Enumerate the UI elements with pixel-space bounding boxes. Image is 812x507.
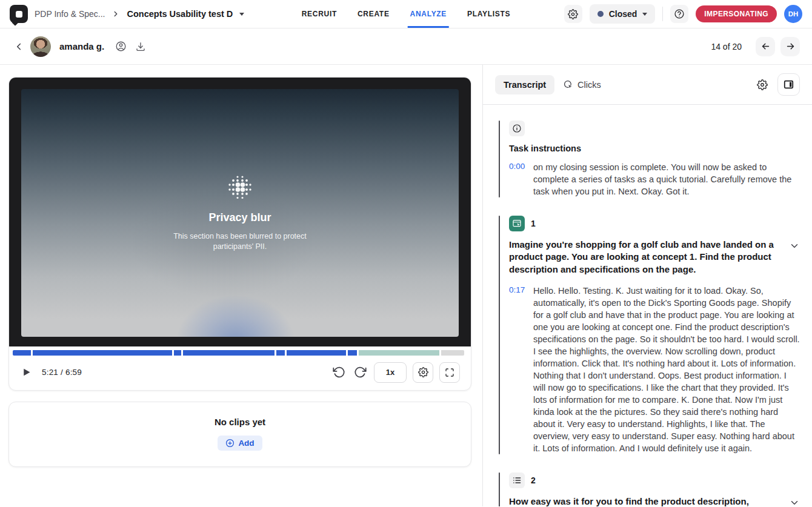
play-icon	[21, 367, 32, 377]
panel-layout-icon	[783, 79, 794, 90]
tab-transcript[interactable]: Transcript	[495, 75, 554, 94]
app-logo-mark	[16, 11, 22, 18]
video-controls: 5:21 / 6:59 1x	[9, 356, 471, 390]
user-avatar[interactable]: DH	[784, 5, 802, 23]
timestamp-link[interactable]: 0:00	[509, 161, 528, 171]
playback-speed-button[interactable]: 1x	[374, 362, 407, 383]
app-logo[interactable]	[10, 5, 28, 23]
breadcrumb-chevron-icon	[111, 10, 120, 18]
rewind-button[interactable]	[331, 365, 347, 380]
progress-segment[interactable]	[287, 350, 346, 356]
transcript-block-question-2: 2 How easy was it for you to find the pr…	[499, 472, 801, 506]
fullscreen-button[interactable]	[439, 362, 460, 383]
privacy-blur-description: This section has been blurred to protect…	[172, 231, 308, 253]
next-session-button[interactable]	[780, 37, 800, 56]
video-frame[interactable]: Privacy blur This section has been blurr…	[9, 78, 471, 346]
add-clip-label: Add	[238, 439, 254, 448]
survey-question: How easy was it for you to find the prod…	[509, 495, 788, 506]
video-player-card: Privacy blur This section has been blurr…	[8, 77, 471, 391]
video-controls-right: 1x	[331, 362, 460, 383]
nav-tab-create[interactable]: CREATE	[358, 0, 390, 28]
timestamp-link[interactable]: 0:17	[509, 285, 528, 294]
participant-name: amanda g.	[59, 41, 104, 51]
impersonating-badge[interactable]: IMPERSONATING	[696, 5, 777, 22]
session-header: amanda g. 14 of 20	[0, 28, 812, 65]
plus-circle-icon	[225, 439, 235, 448]
transcript-text: on my closing session is complete. You w…	[533, 161, 801, 197]
question-accordion[interactable]: How easy was it for you to find the prod…	[509, 495, 801, 506]
chevron-down-icon[interactable]	[788, 496, 801, 506]
help-icon	[674, 8, 685, 19]
progress-segment[interactable]	[183, 350, 275, 356]
transcript-block-task-1: 1 Imagine you're shopping for a golf clu…	[499, 216, 801, 454]
progress-segment[interactable]	[359, 350, 439, 356]
test-status-dropdown[interactable]: Closed	[590, 4, 656, 24]
test-dropdown-caret-icon[interactable]	[239, 13, 244, 16]
time-display: 5:21 / 6:59	[42, 368, 82, 377]
chevron-down-icon[interactable]	[788, 239, 801, 253]
status-label: Closed	[609, 9, 637, 19]
collapse-panel-button[interactable]	[777, 73, 800, 96]
transcript-block-task-instructions: Task instructions 0:00 on my closing ses…	[499, 121, 801, 197]
block-number: 2	[531, 476, 536, 485]
transcript-settings-button[interactable]	[756, 78, 769, 91]
cursor-click-icon	[563, 79, 573, 90]
privacy-blur-title: Privacy blur	[208, 211, 271, 224]
breadcrumb-project[interactable]: PDP Info & Spec...	[35, 9, 105, 19]
download-session-button[interactable]	[134, 40, 147, 53]
transcript-entry: 0:00 on my closing session is complete. …	[509, 161, 801, 197]
rotate-ccw-icon	[333, 366, 345, 379]
video-progress-bar[interactable]	[13, 350, 467, 356]
participant-avatar[interactable]	[30, 36, 51, 57]
chevron-left-icon	[13, 41, 24, 52]
nav-tab-recruit[interactable]: RECRUIT	[302, 0, 337, 28]
clips-card: No clips yet Add	[8, 402, 471, 467]
topbar-divider	[662, 7, 663, 21]
progress-segment[interactable]	[13, 350, 31, 356]
arrow-left-icon	[760, 41, 771, 51]
previous-session-button[interactable]	[756, 37, 775, 56]
tab-clicks[interactable]: Clicks	[563, 79, 601, 90]
block-rail	[499, 121, 500, 197]
forward-button[interactable]	[353, 365, 368, 380]
rotate-cw-icon	[354, 366, 367, 379]
help-button[interactable]	[670, 5, 688, 23]
question-accordion[interactable]: Imagine you're shopping for a golf club …	[509, 239, 801, 276]
block-rail	[499, 472, 500, 506]
progress-segment[interactable]	[348, 350, 358, 356]
clips-empty-title: No clips yet	[215, 417, 265, 427]
progress-segment[interactable]	[441, 350, 464, 356]
fullscreen-icon	[445, 368, 454, 377]
privacy-blur-overlay: Privacy blur This section has been blurr…	[172, 174, 308, 253]
privacy-dots-icon	[226, 174, 254, 202]
list-question-icon	[509, 472, 525, 488]
progress-segment[interactable]	[33, 350, 172, 356]
settings-button[interactable]	[564, 5, 582, 23]
player-settings-button[interactable]	[413, 362, 433, 383]
nav-tab-playlists[interactable]: PLAYLISTS	[467, 0, 510, 28]
transcript-content: Task instructions 0:00 on my closing ses…	[483, 105, 812, 506]
progress-segment[interactable]	[276, 350, 285, 356]
nav-tab-analyze[interactable]: ANALYZE	[410, 0, 447, 28]
add-clip-button[interactable]: Add	[218, 436, 262, 451]
block-rail	[499, 216, 500, 454]
block-title: Task instructions	[509, 144, 801, 153]
arrow-right-icon	[785, 41, 796, 51]
info-icon	[509, 121, 525, 136]
website-task-icon	[509, 216, 525, 231]
play-button[interactable]	[20, 366, 33, 379]
participant-profile-button[interactable]	[114, 39, 128, 53]
gear-icon	[757, 79, 768, 90]
transcript-text: Hello. Hello. Testing. K. Just waiting f…	[533, 285, 801, 454]
breadcrumb-current-test[interactable]: Concepts Usability test D	[127, 9, 233, 19]
progress-segment[interactable]	[174, 350, 181, 356]
tab-clicks-label: Clicks	[577, 80, 601, 90]
video-content-blurred: Privacy blur This section has been blurr…	[21, 89, 459, 337]
back-button[interactable]	[12, 40, 25, 53]
gear-icon	[418, 367, 428, 377]
person-circle-icon	[115, 41, 127, 52]
status-caret-icon	[642, 13, 647, 16]
session-pagination: 14 of 20	[711, 37, 800, 56]
transcript-panel-header: Transcript Clicks	[483, 65, 812, 105]
status-dot-icon	[597, 11, 604, 17]
